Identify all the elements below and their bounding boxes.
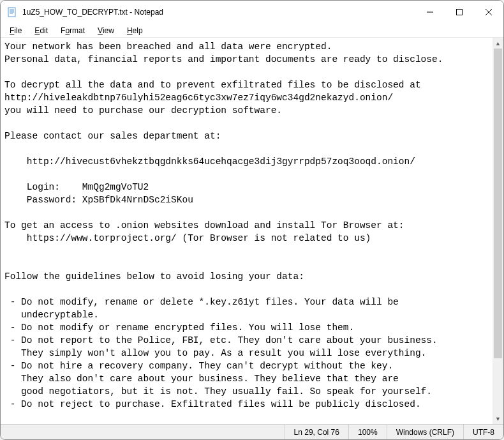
menu-help[interactable]: Help xyxy=(121,25,149,36)
statusbar: Ln 29, Col 76 100% Windows (CRLF) UTF-8 xyxy=(1,424,503,439)
vertical-scrollbar[interactable]: ▲ ▼ xyxy=(493,38,503,424)
scroll-up-arrow-icon[interactable]: ▲ xyxy=(493,38,503,49)
scroll-thumb[interactable] xyxy=(494,49,502,358)
status-zoom: 100% xyxy=(348,425,387,439)
titlebar: 1uZ5_HOW_TO_DECRYPT.txt - Notepad xyxy=(1,1,503,24)
menu-view[interactable]: View xyxy=(91,25,121,36)
minimize-button[interactable] xyxy=(415,1,445,24)
maximize-button[interactable] xyxy=(445,1,474,24)
text-editor[interactable]: Your network has been breached and all d… xyxy=(1,38,503,424)
scroll-track[interactable] xyxy=(493,49,503,413)
window-title: 1uZ5_HOW_TO_DECRYPT.txt - Notepad xyxy=(22,8,415,17)
scroll-down-arrow-icon[interactable]: ▼ xyxy=(493,413,503,424)
status-eol: Windows (CRLF) xyxy=(387,425,463,439)
status-encoding: UTF-8 xyxy=(463,425,503,439)
menubar: File Edit Format View Help xyxy=(1,24,503,38)
menu-format[interactable]: Format xyxy=(54,25,91,36)
menu-edit[interactable]: Edit xyxy=(28,25,54,36)
notepad-window: 1uZ5_HOW_TO_DECRYPT.txt - Notepad File E… xyxy=(0,0,504,440)
content-area: Your network has been breached and all d… xyxy=(1,38,503,424)
notepad-icon xyxy=(7,7,17,17)
menu-file[interactable]: File xyxy=(3,25,28,36)
window-controls xyxy=(415,1,503,24)
close-button[interactable] xyxy=(474,1,503,24)
svg-rect-6 xyxy=(457,10,463,15)
status-position: Ln 29, Col 76 xyxy=(285,425,348,439)
